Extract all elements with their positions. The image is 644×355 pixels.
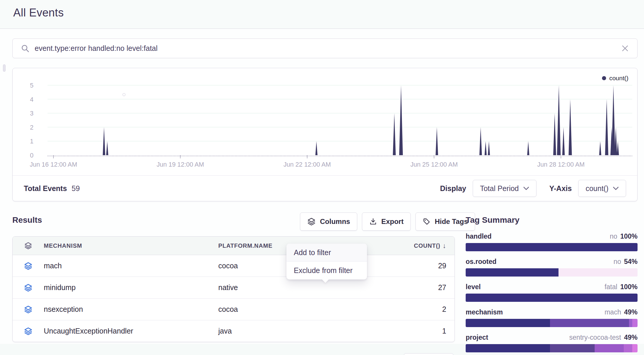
- results-table: MECHANISM COUNT() ↓ PLATFORM.NAME mach 2…: [12, 236, 455, 342]
- yaxis-dropdown-value: count(): [586, 184, 608, 193]
- table-row: UncaughtExceptionHandler 1 java: [13, 320, 455, 342]
- tag-percent: 49%: [624, 308, 638, 316]
- cell-platform: native: [218, 283, 238, 292]
- export-button-label: Export: [381, 217, 404, 226]
- layers-icon: [24, 283, 33, 292]
- yaxis-label: Y-Axis: [549, 184, 572, 193]
- svg-text:0: 0: [30, 152, 33, 159]
- chevron-down-icon: [613, 187, 619, 190]
- display-dropdown-value: Total Period: [480, 184, 519, 193]
- display-label: Display: [440, 184, 466, 193]
- tag-bar-segment: [632, 344, 638, 352]
- cell-platform: cocoa: [218, 262, 238, 270]
- total-events-label: Total Events: [24, 184, 67, 193]
- svg-text:3: 3: [30, 110, 33, 117]
- chevron-down-icon: [523, 187, 529, 190]
- count-legend-dot: [602, 76, 606, 80]
- tag-bar-segment: [559, 268, 638, 277]
- tag-bar-segment: [466, 319, 550, 327]
- panel-drag-handle[interactable]: [3, 64, 6, 72]
- tag-summary: Tag Summary handled no 100% os.rooted no…: [466, 215, 638, 355]
- search-bar[interactable]: event.type:error handled:no level:fatal: [12, 38, 638, 58]
- columns-button[interactable]: Columns: [300, 212, 357, 231]
- table-row: nsexception 2 cocoa: [13, 299, 455, 320]
- svg-text:Jun 19 12:00 AM: Jun 19 12:00 AM: [157, 161, 204, 168]
- cell-mechanism: mach: [44, 262, 218, 270]
- cell-actions-menu: Add to filter Exclude from filter: [286, 244, 367, 279]
- page-header: All Events: [0, 0, 644, 29]
- tag-bar-segment: [550, 344, 595, 352]
- download-icon: [369, 217, 377, 226]
- chart-footer: Total Events 59 Display Total Period Y-A…: [13, 175, 637, 201]
- table-body: mach 29 cocoa minidump 27 native nsexcep…: [13, 255, 455, 342]
- results-title: Results: [12, 215, 42, 225]
- tag-entry: mechanism mach 49%: [466, 308, 638, 327]
- layers-icon: [24, 327, 33, 336]
- svg-text:Jun 16 12:00 AM: Jun 16 12:00 AM: [30, 161, 77, 168]
- table-row: mach 29 cocoa: [13, 255, 455, 277]
- yaxis-dropdown[interactable]: count(): [578, 180, 626, 197]
- tag-name: mechanism: [466, 308, 503, 316]
- total-events-value: 59: [72, 184, 80, 193]
- tag-entry: handled no 100%: [466, 232, 638, 251]
- export-button[interactable]: Export: [362, 212, 411, 231]
- tag-list: handled no 100% os.rooted no 54% level f…: [466, 232, 638, 352]
- count-legend-label: count(): [609, 75, 628, 82]
- column-header-mechanism[interactable]: MECHANISM: [44, 242, 218, 249]
- events-chart-panel: 012345Jun 16 12:00 AMJun 19 12:00 AMJun …: [12, 68, 638, 201]
- cell-count: 27: [438, 283, 455, 292]
- tag-bar-segment: [629, 319, 633, 327]
- tag-bar-segment: [466, 243, 638, 251]
- tag-top-value: no: [610, 232, 618, 240]
- tag-distribution-bar: [466, 344, 638, 352]
- layers-icon: [24, 262, 33, 270]
- tag-bar-segment: [466, 344, 550, 352]
- chart-legend: count(): [602, 75, 628, 82]
- tag-percent: 100%: [620, 283, 638, 291]
- tag-entry: level fatal 100%: [466, 283, 638, 302]
- display-dropdown[interactable]: Total Period: [473, 180, 536, 197]
- tag-entry: project sentry-cocoa-test 49%: [466, 334, 638, 352]
- svg-text:Jun 25 12:00 AM: Jun 25 12:00 AM: [410, 161, 458, 168]
- svg-text:4: 4: [30, 96, 33, 103]
- tag-name: os.rooted: [466, 258, 497, 266]
- page-title: All Events: [13, 6, 64, 19]
- tag-name: project: [466, 334, 488, 341]
- svg-text:2: 2: [30, 124, 33, 131]
- cell-count: 1: [442, 327, 455, 335]
- search-input[interactable]: event.type:error handled:no level:fatal: [35, 44, 621, 53]
- tag-percent: 100%: [620, 232, 638, 240]
- search-icon: [21, 44, 30, 53]
- cell-count: 2: [442, 305, 455, 314]
- tag-top-value: sentry-cocoa-test: [569, 334, 621, 341]
- tag-bar-segment: [466, 268, 559, 277]
- tag-bar-segment: [595, 344, 624, 352]
- tag-bar-segment: [466, 294, 638, 302]
- tag-distribution-bar: [466, 268, 638, 277]
- pagination-button-partial[interactable]: [404, 353, 454, 355]
- tag-top-value: mach: [605, 308, 621, 316]
- svg-text:Jun 28 12:00 AM: Jun 28 12:00 AM: [537, 161, 585, 168]
- tag-icon: [422, 217, 431, 226]
- cell-mechanism: nsexception: [44, 305, 218, 314]
- clear-search-icon[interactable]: [621, 44, 629, 52]
- columns-button-label: Columns: [320, 217, 350, 226]
- column-header-platform[interactable]: PLATFORM.NAME: [218, 242, 272, 249]
- results-toolbar: Columns Export Hide Tags: [300, 212, 475, 231]
- layers-icon: [307, 217, 316, 226]
- menu-item-add-to-filter[interactable]: Add to filter: [286, 244, 367, 262]
- tag-name: level: [466, 283, 481, 291]
- tag-bar-segment: [632, 319, 638, 327]
- column-header-count[interactable]: COUNT() ↓: [414, 242, 455, 250]
- tag-bar-segment: [550, 319, 629, 327]
- tag-bar-segment: [624, 344, 632, 352]
- svg-text:1: 1: [30, 138, 33, 145]
- cell-mechanism: minidump: [44, 283, 218, 292]
- menu-item-exclude-from-filter[interactable]: Exclude from filter: [286, 262, 367, 279]
- tag-percent: 54%: [624, 258, 638, 266]
- tag-distribution-bar: [466, 294, 638, 302]
- table-row: minidump 27 native: [13, 277, 455, 299]
- layers-icon: [24, 305, 33, 314]
- cell-platform: java: [218, 327, 232, 335]
- cell-platform: cocoa: [218, 305, 238, 314]
